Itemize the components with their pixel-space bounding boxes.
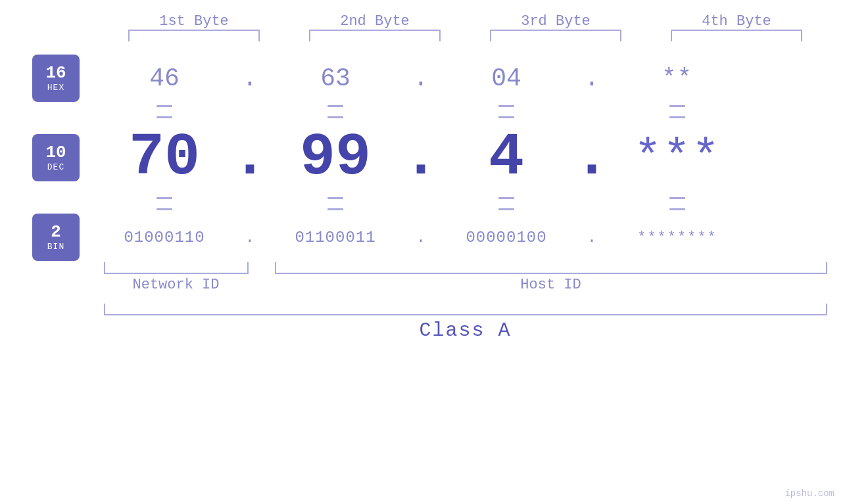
equals-row-2 [92, 194, 832, 214]
dec-dot-3: . [579, 124, 605, 191]
byte-label-1: 1st Byte [122, 13, 266, 30]
badge-dec-spacer: 10 DEC [32, 122, 80, 194]
hex-val-2: 63 [263, 64, 408, 93]
bin-row: 01000110 . 01100011 . 00000100 . [92, 214, 832, 261]
eq2-cell-4 [605, 197, 750, 210]
eq-cell-4 [605, 105, 750, 118]
badge-dec: 10 DEC [32, 134, 80, 181]
hex-val-3: 04 [434, 64, 579, 93]
bin-val-4: ******** [605, 229, 750, 246]
badge-dec-label: DEC [47, 162, 64, 172]
eq2-cell-1 [92, 197, 237, 210]
bracket-2 [309, 30, 441, 41]
network-bracket [104, 262, 249, 274]
badge-bin: 2 BIN [32, 214, 80, 261]
eq2-sign-3 [434, 197, 579, 210]
bracket-1 [128, 30, 260, 41]
bin-dot-2: . [408, 229, 434, 246]
badge-dec-number: 10 [45, 143, 66, 162]
class-label: Class A [104, 319, 827, 342]
badges-column: 16 HEX 10 DEC 2 BIN [0, 55, 92, 261]
dec-val-3: 4 [434, 124, 579, 191]
eq2-cell-2 [263, 197, 408, 210]
dec-row: 70 . 99 . 4 . *** [92, 122, 832, 194]
badge-bin-number: 2 [51, 223, 61, 242]
dec-val-2: 99 [263, 124, 408, 191]
badge-bin-spacer: 2 BIN [32, 214, 80, 261]
bracket-4 [671, 30, 802, 41]
bottom-bracket-row [104, 262, 827, 274]
eq2-cell-3 [434, 197, 579, 210]
dec-dot-2: . [408, 124, 434, 191]
watermark: ipshu.com [785, 488, 834, 499]
header-row: 1st Byte 2nd Byte 3rd Byte 4th Byte [104, 7, 827, 30]
eq2-sign-4 [605, 197, 750, 210]
byte-label-2: 2nd Byte [302, 13, 447, 30]
bin-val-3: 00000100 [434, 229, 579, 246]
bin-val-2: 01100011 [263, 229, 408, 246]
hex-dot-3: . [579, 64, 605, 93]
host-bracket [275, 262, 827, 274]
badge-hex-spacer: 16 HEX [32, 55, 80, 102]
byte-label-3: 3rd Byte [483, 13, 628, 30]
host-id-label: Host ID [275, 277, 827, 293]
equals-row-1 [92, 102, 832, 122]
eq-sign-3 [434, 105, 579, 118]
byte-label-4: 4th Byte [664, 13, 809, 30]
eq2-sign-2 [263, 197, 408, 210]
dec-dot-1: . [237, 124, 263, 191]
bin-val-1: 01000110 [92, 229, 237, 246]
bin-dot-1: . [237, 229, 263, 246]
dec-val-4: *** [605, 132, 750, 184]
eq-cell-3 [434, 105, 579, 118]
network-id-label: Network ID [104, 277, 249, 293]
badge-hex: 16 HEX [32, 55, 80, 102]
main-container: 1st Byte 2nd Byte 3rd Byte 4th Byte 16 H… [0, 0, 845, 504]
content-area: 16 HEX 10 DEC 2 BIN [0, 55, 845, 261]
hex-row: 46 . 63 . 04 . ** [92, 55, 832, 102]
class-bracket [104, 304, 827, 315]
top-bracket-row [104, 30, 827, 41]
eq-sign-4 [605, 105, 750, 118]
eq-sign-1 [92, 105, 237, 118]
eq-sign-2 [263, 105, 408, 118]
badge-bin-label: BIN [47, 242, 64, 252]
label-dot-spacer [249, 277, 275, 293]
bin-dot-3: . [579, 229, 605, 246]
hex-val-1: 46 [92, 64, 237, 93]
hex-dot-2: . [408, 64, 434, 93]
eq2-sign-1 [92, 197, 237, 210]
bracket-3 [490, 30, 621, 41]
dec-val-1: 70 [92, 124, 237, 191]
hex-dot-1: . [237, 64, 263, 93]
badge-hex-label: HEX [47, 83, 64, 93]
hex-val-4: ** [605, 65, 750, 92]
eq-cell-2 [263, 105, 408, 118]
id-labels-row: Network ID Host ID [104, 277, 827, 293]
eq-cell-1 [92, 105, 237, 118]
display-grid: 46 . 63 . 04 . ** [92, 55, 832, 261]
badge-hex-number: 16 [45, 64, 66, 83]
